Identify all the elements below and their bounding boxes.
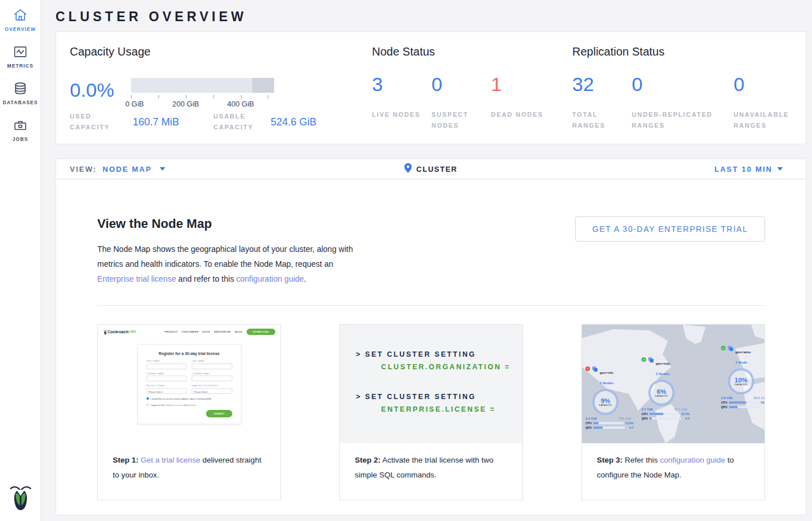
node-map-heading: View the Node Map [97, 216, 362, 231]
capacity-donut: 9% CAPACITY [592, 389, 619, 415]
mini-submit-button: SUBMIT [206, 410, 232, 417]
used-capacity-value: 160.7 MiB [133, 116, 213, 128]
sidebar-item-label: JOBS [13, 136, 29, 142]
capacity-usage-title: Capacity Usage [70, 45, 372, 58]
locale-name: geo=ams [735, 350, 751, 354]
view-selected-value: NODE MAP [102, 165, 152, 173]
database-icon [13, 81, 28, 96]
time-range-dropdown[interactable]: LAST 10 MIN [715, 165, 783, 173]
sidebar-item-overview[interactable]: OVERVIEW [0, 8, 41, 32]
gauge-tick-label: 0 GiB [125, 100, 144, 108]
metrics-chart-icon [13, 45, 28, 59]
map-locale-ams: ✓ geo=ams 1 Node 10% CAPACITY 3.6 GiB36.… [721, 345, 765, 409]
unavailable-ranges-value: 0 [734, 74, 793, 94]
view-bar: VIEW: NODE MAP CLUSTER LAST 10 MIN [56, 159, 806, 179]
sidebar-item-label: METRICS [7, 63, 34, 69]
capacity-percent: 0.0% [70, 78, 131, 110]
capacity-gauge-bar [131, 78, 274, 93]
sql-command: > SET CLUSTER SETTING CLUSTER.ORGANIZATI… [356, 350, 522, 371]
dead-nodes-label: DEAD NODES [491, 109, 550, 120]
mini-select: Please Select [146, 388, 187, 394]
live-nodes-value: 3 [372, 74, 431, 94]
mini-input [192, 364, 232, 369]
locale-nodes: 2 Nodes [600, 381, 613, 385]
suspect-nodes-value: 0 [431, 74, 491, 94]
step-3-caption: Step 3: Refer this configuration guide t… [582, 443, 765, 500]
warning-badge-icon: ! [585, 366, 590, 371]
mini-checkbox-row: I would like to receive email updates ab… [146, 397, 232, 400]
configuration-guide-link[interactable]: configuration guide [660, 456, 725, 464]
live-nodes-stat: 3 LIVE NODES [372, 74, 431, 132]
view-label: VIEW: [70, 165, 97, 173]
mini-site-nav: PRODUCT CUSTOMERS DOCS RESOURCES BLOG DO… [165, 329, 275, 335]
time-range-value: LAST 10 MIN [715, 165, 773, 173]
description-text: . [304, 274, 306, 283]
step-2-card: > SET CLUSTER SETTING CLUSTER.ORGANIZATI… [339, 324, 523, 500]
mini-site-header: Cockroach LABS PRODUCT CUSTOMERS DOCS RE… [98, 325, 280, 335]
live-nodes-label: LIVE NODES [372, 109, 431, 120]
sidebar-item-label: DATABASES [3, 100, 38, 105]
locale-nodes: 2 Nodes [656, 372, 670, 376]
step-label: Step 2: [355, 456, 381, 464]
mini-input [146, 376, 187, 381]
mini-nav-item: RESOURCES [214, 330, 231, 333]
step-3-card: ! geo=sfo 2 Nodes 9% CAPACITY 3.2 GiB351… [581, 324, 765, 500]
dead-nodes-value: 1 [491, 74, 550, 94]
usable-capacity-label: USABLE CAPACITY [213, 111, 271, 133]
capacity-donut: 10% CAPACITY [728, 368, 754, 394]
step-text: Refer this [623, 456, 660, 464]
unavailable-ranges-stat: 0 UNAVAILABLE RANGES [734, 74, 793, 132]
dead-nodes-stat: 1 DEAD NODES [491, 74, 550, 132]
location-pin-icon [405, 163, 412, 175]
node-map-description: The Node Map shows the geographical layo… [97, 242, 362, 286]
description-text: The Node Map shows the geographical layo… [97, 244, 353, 269]
mini-field-label: LAST NAME [192, 360, 232, 362]
sidebar-item-metrics[interactable]: METRICS [0, 45, 41, 69]
content-area: CLUSTER OVERVIEW Capacity Usage 0.0% 0 G… [41, 0, 812, 521]
capacity-gauge: 0 GiB 200 GiB 400 GiB [131, 78, 274, 110]
mini-input [192, 376, 232, 381]
mini-field-label: REASON FOR INTEREST [192, 385, 232, 387]
gauge-tick-label: 400 GiB [227, 100, 254, 108]
total-ranges-stat: 32 TOTAL RANGES [572, 74, 632, 132]
breadcrumb-cluster[interactable]: CLUSTER [405, 163, 458, 175]
usable-capacity-value: 524.6 GiB [271, 116, 316, 128]
mini-nav-item: CUSTOMERS [181, 330, 198, 333]
locale-name: geo=sfo [600, 370, 613, 374]
locale-name: geo=nyc [656, 361, 670, 365]
enterprise-trial-license-link[interactable]: Enterprise trial license [97, 274, 176, 283]
description-text: and refer to this [176, 274, 236, 283]
sidebar: OVERVIEW METRICS DATABASES [0, 0, 41, 521]
total-ranges-value: 32 [572, 74, 632, 94]
configuration-guide-link[interactable]: configuration guide [236, 274, 304, 283]
mini-brand: Cockroach [108, 330, 128, 334]
node-status-section: Node Status 3 LIVE NODES 0 SUSPECT NODES… [372, 45, 572, 144]
section-divider [97, 305, 765, 306]
mini-nav-item: DOCS [203, 330, 210, 333]
mini-nav-item: BLOG [235, 330, 242, 333]
sidebar-item-jobs[interactable]: JOBS [0, 118, 41, 142]
node-map-intro: View the Node Map The Node Map shows the… [97, 216, 362, 286]
sidebar-item-databases[interactable]: DATABASES [0, 81, 41, 105]
get-trial-license-link[interactable]: Get a trial license [141, 456, 200, 464]
mini-checkbox-row: I agree to the Software License Agreemen… [146, 404, 232, 406]
step-label: Step 1: [113, 456, 138, 464]
view-selector-dropdown[interactable]: VIEW: NODE MAP [70, 165, 165, 173]
mini-field-label: COMPANY EMAIL [192, 373, 232, 375]
mini-checkbox-checked [146, 397, 149, 400]
sql-command: > SET CLUSTER SETTING ENTERPRISE.LICENSE… [356, 393, 522, 413]
mini-site: Cockroach LABS PRODUCT CUSTOMERS DOCS RE… [98, 325, 280, 443]
trial-registration-screenshot: Cockroach LABS PRODUCT CUSTOMERS DOCS RE… [98, 325, 280, 443]
unavailable-ranges-label: UNAVAILABLE RANGES [734, 109, 793, 132]
mini-select: Please Select [192, 388, 232, 394]
used-capacity-label: USED CAPACITY [70, 111, 133, 133]
suspect-nodes-label: SUSPECT NODES [431, 109, 491, 132]
enterprise-trial-button[interactable]: GET A 30-DAY ENTERPRISE TRIAL [575, 216, 765, 242]
total-ranges-label: TOTAL RANGES [572, 109, 632, 132]
cluster-summary-panel: Capacity Usage 0.0% 0 GiB 200 GiB 400 Gi… [56, 31, 806, 144]
node-status-title: Node Status [372, 45, 572, 58]
mini-nav-item: PRODUCT [165, 330, 178, 333]
page-title: CLUSTER OVERVIEW [56, 9, 806, 25]
cockroach-labs-logo [103, 329, 108, 335]
cockroachdb-logo-icon [8, 482, 33, 514]
